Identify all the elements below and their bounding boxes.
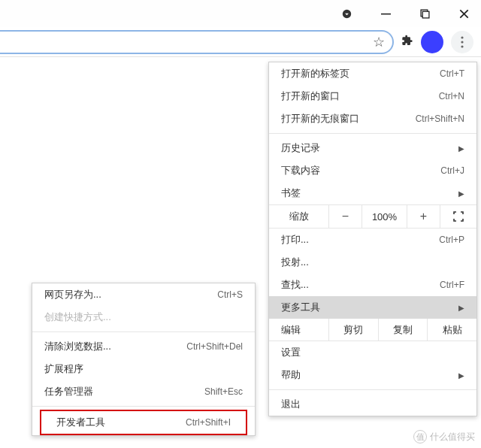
- submenu-save-as[interactable]: 网页另存为... Ctrl+S: [32, 283, 255, 306]
- menu-item-shortcut: Ctrl+S: [217, 289, 243, 300]
- watermark-text: 什么值得买: [430, 431, 475, 443]
- menu-new-incognito[interactable]: 打开新的无痕窗口 Ctrl+Shift+N: [269, 107, 476, 130]
- menu-history[interactable]: 历史记录 ▶: [269, 137, 476, 159]
- submenu-task-manager[interactable]: 任务管理器 Shift+Esc: [32, 380, 255, 403]
- profile-avatar[interactable]: [421, 31, 443, 53]
- menu-item-label: 开发者工具: [56, 416, 186, 429]
- zoom-in-button[interactable]: +: [407, 205, 440, 228]
- edit-cut-button[interactable]: 剪切: [329, 319, 379, 341]
- menu-item-label: 下载内容: [281, 164, 440, 177]
- edit-label: 编辑: [269, 319, 329, 341]
- menu-separator: [32, 406, 255, 407]
- bookmark-star-icon[interactable]: ☆: [373, 34, 385, 50]
- menu-item-label: 打开新的无痕窗口: [281, 112, 416, 126]
- menu-new-window[interactable]: 打开新的窗口 Ctrl+N: [269, 85, 476, 107]
- menu-separator: [269, 133, 476, 134]
- menu-item-label: 退出: [281, 398, 464, 411]
- menu-find[interactable]: 查找... Ctrl+F: [269, 274, 476, 296]
- zoom-label: 缩放: [269, 205, 329, 228]
- menu-edit-row: 编辑 剪切 复制 粘贴: [269, 319, 476, 341]
- zoom-out-button[interactable]: −: [329, 205, 362, 228]
- svg-point-6: [461, 45, 463, 47]
- menu-zoom-row: 缩放 − 100% +: [269, 204, 476, 229]
- menu-downloads[interactable]: 下载内容 Ctrl+J: [269, 159, 476, 182]
- submenu-extensions[interactable]: 扩展程序: [32, 358, 255, 380]
- menu-item-shortcut: Ctrl+T: [440, 68, 464, 79]
- menu-item-shortcut: Ctrl+J: [440, 165, 464, 176]
- extensions-icon[interactable]: [401, 35, 413, 50]
- menu-settings[interactable]: 设置: [269, 341, 476, 364]
- menu-item-label: 创建快捷方式...: [44, 310, 243, 324]
- toolbar: ☆: [0, 27, 481, 57]
- submenu-arrow-icon: ▶: [458, 189, 464, 198]
- menu-item-shortcut: Ctrl+N: [439, 91, 464, 101]
- menu-bookmarks[interactable]: 书签 ▶: [269, 182, 476, 204]
- main-menu: 打开新的标签页 Ctrl+T 打开新的窗口 Ctrl+N 打开新的无痕窗口 Ct…: [268, 62, 477, 416]
- edit-paste-button[interactable]: 粘贴: [428, 319, 476, 341]
- submenu-arrow-icon: ▶: [458, 144, 464, 153]
- edit-copy-button[interactable]: 复制: [379, 319, 428, 341]
- fullscreen-button[interactable]: [440, 205, 476, 228]
- menu-item-label: 打开新的标签页: [281, 67, 440, 80]
- menu-item-label: 打开新的窗口: [281, 89, 439, 103]
- menu-item-label: 清除浏览数据...: [44, 340, 186, 353]
- maximize-button[interactable]: [412, 3, 437, 24]
- close-button[interactable]: [451, 3, 476, 24]
- menu-button[interactable]: [451, 31, 473, 53]
- menu-item-label: 扩展程序: [44, 362, 243, 376]
- menu-item-label: 更多工具: [281, 301, 454, 314]
- menu-item-label: 投射...: [281, 256, 464, 269]
- submenu-create-shortcut: 创建快捷方式...: [32, 306, 255, 328]
- submenu-devtools[interactable]: 开发者工具 Ctrl+Shift+I: [44, 411, 243, 434]
- menu-separator: [269, 389, 476, 390]
- menu-new-tab[interactable]: 打开新的标签页 Ctrl+T: [269, 62, 476, 85]
- svg-point-5: [461, 41, 463, 43]
- svg-point-4: [461, 36, 463, 38]
- menu-item-label: 设置: [281, 346, 464, 359]
- menu-item-label: 查找...: [281, 278, 440, 292]
- devtools-highlight: 开发者工具 Ctrl+Shift+I: [40, 410, 247, 435]
- menu-item-label: 网页另存为...: [44, 288, 217, 301]
- menu-item-shortcut: Ctrl+F: [440, 280, 464, 290]
- tab-dropdown-icon[interactable]: [334, 3, 359, 24]
- menu-exit[interactable]: 退出: [269, 393, 476, 416]
- menu-item-label: 打印...: [281, 233, 439, 247]
- menu-help[interactable]: 帮助 ▶: [269, 364, 476, 386]
- menu-item-label: 帮助: [281, 368, 454, 382]
- menu-item-shortcut: Ctrl+Shift+Del: [186, 341, 243, 352]
- window-titlebar: [0, 0, 481, 27]
- submenu-clear-data[interactable]: 清除浏览数据... Ctrl+Shift+Del: [32, 335, 255, 358]
- svg-rect-3: [422, 11, 429, 18]
- menu-item-shortcut: Ctrl+Shift+I: [186, 417, 231, 428]
- menu-separator: [32, 331, 255, 332]
- menu-print[interactable]: 打印... Ctrl+P: [269, 229, 476, 251]
- minimize-button[interactable]: [373, 3, 398, 24]
- menu-item-shortcut: Ctrl+Shift+N: [416, 114, 464, 124]
- menu-cast[interactable]: 投射...: [269, 251, 476, 274]
- menu-item-label: 书签: [281, 186, 454, 200]
- more-tools-submenu: 网页另存为... Ctrl+S 创建快捷方式... 清除浏览数据... Ctrl…: [32, 283, 256, 436]
- svg-rect-1: [381, 13, 391, 14]
- watermark: 值 什么值得买: [413, 430, 475, 443]
- menu-more-tools[interactable]: 更多工具 ▶: [269, 296, 476, 319]
- menu-item-label: 任务管理器: [44, 385, 204, 398]
- submenu-arrow-icon: ▶: [458, 371, 464, 380]
- menu-item-label: 历史记录: [281, 141, 454, 155]
- submenu-arrow-icon: ▶: [458, 304, 464, 312]
- zoom-value: 100%: [362, 205, 407, 228]
- menu-item-shortcut: Shift+Esc: [204, 386, 243, 397]
- watermark-icon: 值: [413, 430, 427, 443]
- menu-item-shortcut: Ctrl+P: [439, 235, 464, 245]
- address-bar[interactable]: ☆: [0, 30, 394, 54]
